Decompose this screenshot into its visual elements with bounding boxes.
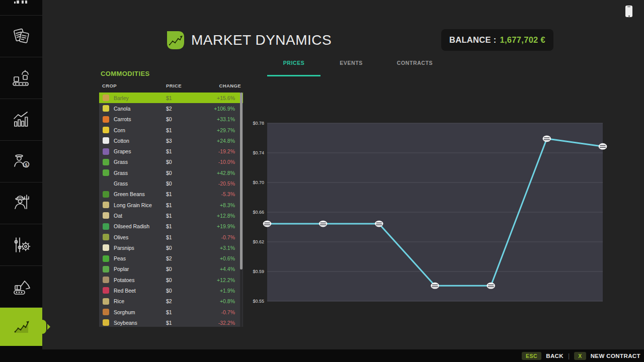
crop-name: Carrots xyxy=(114,116,166,122)
crop-change: -0.7% xyxy=(206,234,243,240)
crop-price: $1 xyxy=(166,213,206,219)
sorghum-icon xyxy=(103,309,109,315)
crop-price: $0 xyxy=(166,277,206,283)
crop-price: $1 xyxy=(166,309,206,315)
balance-label: BALANCE : xyxy=(449,35,496,45)
crop-name: Red Beet xyxy=(114,288,166,294)
market-dynamics-app-icon xyxy=(164,29,186,51)
crop-name: Rice xyxy=(114,298,166,304)
commodities-table: Barley$1+15.6%Canola$2+106.9%Carrots$0+3… xyxy=(99,93,243,327)
commodity-row[interactable]: Green Beans$1-5.3% xyxy=(99,189,243,200)
sidebar-item-construction[interactable] xyxy=(0,266,42,308)
commodity-row[interactable]: Grass$0-20.5% xyxy=(99,178,243,189)
commodity-row[interactable]: Olives$1-0.7% xyxy=(99,232,243,242)
rice-icon xyxy=(103,298,109,305)
table-scrollbar-thumb[interactable] xyxy=(240,93,243,269)
commodity-row[interactable]: Cotton$3+24.8% xyxy=(99,135,243,146)
olives-icon xyxy=(103,234,109,240)
tab-contracts[interactable]: CONTRACTS xyxy=(391,60,439,66)
crop-price: $0 xyxy=(166,266,206,272)
y-axis-label: $0.78 xyxy=(245,121,264,126)
sidebar: $ xyxy=(0,0,42,349)
crop-change: +33.1% xyxy=(206,116,243,122)
commodity-row[interactable]: Carrots$0+33.1% xyxy=(99,114,243,125)
crop-change: -32.2% xyxy=(206,320,243,326)
y-axis-label: $0.70 xyxy=(245,180,264,186)
balance-value: 1,677,702 € xyxy=(500,35,545,45)
peas-icon xyxy=(103,255,109,262)
commodity-row[interactable]: Red Beet$0+1.9% xyxy=(99,285,243,296)
crop-price: $1 xyxy=(166,223,206,229)
crop-name: Peas xyxy=(114,255,166,261)
commodity-row[interactable]: Long Grain Rice$1+8.3% xyxy=(99,200,243,210)
crop-change: +42.8% xyxy=(206,170,243,176)
sales-icon: $ xyxy=(10,150,32,172)
crop-price: $0 xyxy=(166,245,206,251)
crop-price: $1 xyxy=(166,320,206,326)
sidebar-item-documents[interactable] xyxy=(0,16,42,57)
corn-icon xyxy=(103,127,109,133)
cotton-icon xyxy=(103,137,109,144)
grass-icon xyxy=(103,159,109,165)
commodity-row[interactable]: Soybeans$1-32.2% xyxy=(99,317,243,327)
commodity-row[interactable]: Rice$2+0.8% xyxy=(99,296,243,307)
commodity-row[interactable]: Grass$0+42.8% xyxy=(99,167,243,178)
esc-key-button[interactable]: ESC xyxy=(522,352,541,360)
sidebar-item-farmer[interactable] xyxy=(0,183,42,224)
crop-name: Oilseed Radish xyxy=(114,223,166,229)
parsnips-icon xyxy=(103,244,109,251)
crop-price: $1 xyxy=(166,148,206,154)
crop-name: Long Grain Rice xyxy=(114,202,166,208)
statistics-icon xyxy=(10,109,32,131)
commodity-row[interactable]: Oat$1+12.8% xyxy=(99,210,243,221)
crop-name: Potatoes xyxy=(114,277,166,283)
tab-events[interactable]: EVENTS xyxy=(328,60,374,66)
commodity-row[interactable]: Peas$2+0.6% xyxy=(99,253,243,263)
y-axis-label: $0.59 xyxy=(245,269,264,275)
commodity-row[interactable]: Grass$0-10.0% xyxy=(99,157,243,167)
sidebar-item-sales[interactable]: $ xyxy=(0,141,42,183)
commodity-row[interactable]: Corn$1+29.7% xyxy=(99,125,243,135)
back-button[interactable]: BACK xyxy=(546,353,564,359)
crop-change: +3.1% xyxy=(206,245,243,251)
soybeans-icon xyxy=(103,319,109,326)
crop-price: $1 xyxy=(166,95,206,101)
x-key-button[interactable]: X xyxy=(574,352,586,360)
crop-name: Soybeans xyxy=(114,320,166,326)
crop-name: Grass xyxy=(114,159,166,165)
crop-price: $2 xyxy=(166,298,206,304)
commodity-row[interactable]: Canola$2+106.9% xyxy=(99,103,243,114)
documents-icon xyxy=(10,25,32,47)
crop-change: +4.4% xyxy=(206,266,243,272)
oilseed-radish-icon xyxy=(103,223,109,230)
svg-text:$: $ xyxy=(25,162,27,167)
active-tab-underline xyxy=(267,75,320,76)
commodity-row[interactable]: Parsnips$0+3.1% xyxy=(99,242,243,253)
grass-icon xyxy=(103,169,109,176)
commodity-row[interactable]: Barley$1+15.6% xyxy=(99,93,243,103)
crop-price: $2 xyxy=(166,255,206,261)
table-scrollbar[interactable] xyxy=(240,93,243,327)
sidebar-item-production[interactable] xyxy=(0,57,42,99)
phone-icon xyxy=(625,6,632,17)
commodity-row[interactable]: Potatoes$0+12.2% xyxy=(99,275,243,285)
commodity-row[interactable]: Sorghum$1-0.7% xyxy=(99,307,243,317)
crop-change: -20.5% xyxy=(206,180,243,187)
crop-change: +29.7% xyxy=(206,127,243,133)
balance-display: BALANCE : 1,677,702 € xyxy=(441,29,553,51)
sidebar-item-settings[interactable] xyxy=(0,224,42,266)
crop-price: $1 xyxy=(166,191,206,197)
price-chart xyxy=(261,120,609,307)
crop-change: +1.9% xyxy=(206,288,243,294)
excavator-icon xyxy=(10,276,32,298)
sidebar-item-statistics[interactable] xyxy=(0,99,42,141)
column-header-change: CHANGE xyxy=(196,83,241,88)
commodity-row[interactable]: Grapes$1-19.2% xyxy=(99,146,243,156)
commodity-row[interactable]: Oilseed Radish$1+19.9% xyxy=(99,221,243,232)
new-contract-button[interactable]: NEW CONTRACT xyxy=(591,353,640,359)
tab-prices[interactable]: PRICES xyxy=(267,60,320,66)
commodity-row[interactable]: Poplar$0+4.4% xyxy=(99,264,243,275)
y-axis-label: $0.74 xyxy=(245,150,264,156)
sidebar-item-market-dynamics[interactable] xyxy=(0,308,42,346)
sidebar-item-map[interactable] xyxy=(0,0,42,16)
